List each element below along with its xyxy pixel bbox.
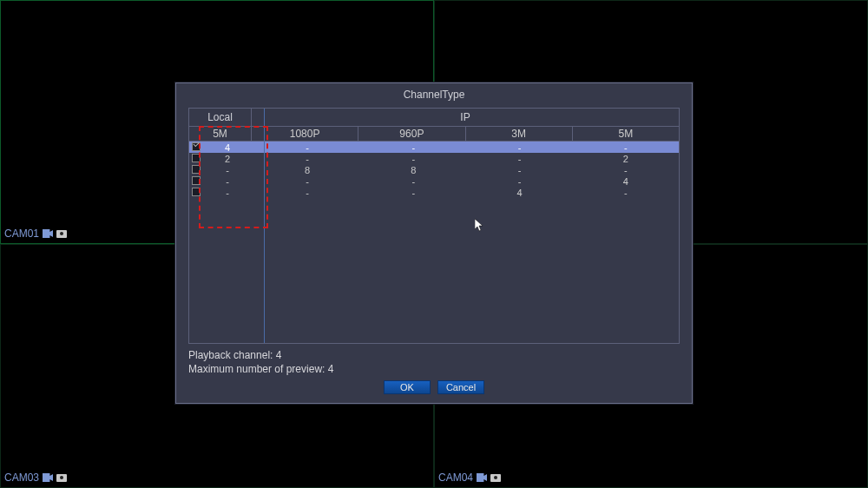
cell-ip-1: - [360, 176, 466, 187]
speaker-icon [477, 473, 487, 482]
row-checkbox[interactable] [189, 154, 201, 164]
cell-ip-0: - [254, 176, 360, 187]
cell-ip-2: - [467, 142, 573, 153]
cell-ip-2: - [467, 165, 573, 175]
table-row[interactable]: ---4- [189, 187, 679, 198]
cell-local: - [201, 176, 254, 187]
local-header: Local [189, 109, 251, 126]
speaker-icon [43, 229, 53, 238]
max-preview-info: Maximum number of preview: 4 [188, 363, 680, 375]
cell-local: 4 [201, 142, 254, 153]
cell-ip-3: - [573, 165, 679, 175]
cell-ip-1: - [360, 188, 466, 198]
cell-ip-3: 4 [573, 176, 679, 187]
cell-ip-1: 8 [360, 165, 466, 175]
cell-ip-3: 2 [573, 154, 679, 164]
cam-label-4: CAM04 [438, 472, 501, 484]
cam-label-1: CAM01 [4, 228, 67, 240]
col-ip-1[interactable]: 960P [358, 127, 464, 141]
camera-icon [56, 230, 67, 238]
cell-ip-0: 8 [254, 165, 360, 175]
table-row[interactable]: 2---2 [189, 153, 679, 164]
cam-name-3: CAM03 [4, 472, 39, 484]
ok-button[interactable]: OK [384, 380, 431, 394]
col-ip-3[interactable]: 5M [572, 127, 679, 141]
row-checkbox[interactable] [189, 188, 201, 198]
col-ip-2[interactable]: 3M [465, 127, 572, 141]
cell-ip-0: - [254, 154, 360, 164]
col-local-5m[interactable]: 5M [189, 127, 251, 141]
playback-info: Playback channel: 4 [188, 349, 680, 361]
speaker-icon [43, 473, 53, 482]
cell-ip-2: 4 [467, 188, 573, 198]
table-row[interactable]: 4---- [189, 142, 679, 153]
cell-ip-2: - [467, 154, 573, 164]
channel-table: Local 5M IP 1080P960P3M5M 4----2---2-88-… [188, 108, 680, 344]
ip-header: IP [252, 109, 679, 126]
table-row[interactable]: ----4 [189, 175, 679, 187]
table-row[interactable]: -88-- [189, 164, 679, 175]
cell-local: 2 [201, 154, 254, 164]
dialog-buttons: OK Cancel [176, 380, 692, 394]
table-header: Local 5M IP 1080P960P3M5M [189, 109, 679, 142]
camera-icon [490, 474, 501, 482]
cell-ip-0: - [254, 142, 360, 153]
channel-type-dialog: ChannelType Local 5M IP 1080P960P3M5M 4-… [175, 82, 693, 404]
cell-ip-2: - [467, 176, 573, 187]
cell-ip-1: - [360, 154, 466, 164]
cell-local: - [201, 165, 254, 175]
row-checkbox[interactable] [189, 142, 201, 153]
row-checkbox[interactable] [189, 165, 201, 175]
dialog-title: ChannelType [176, 83, 692, 104]
cell-ip-3: - [573, 188, 679, 198]
camera-icon [56, 474, 67, 482]
table-body: 4----2---2-88------4---4- [189, 142, 679, 343]
cam-label-3: CAM03 [4, 472, 67, 484]
cancel-button[interactable]: Cancel [437, 380, 484, 394]
cell-ip-3: - [573, 142, 679, 153]
cell-ip-1: - [360, 142, 466, 153]
row-checkbox[interactable] [189, 176, 201, 187]
cam-name-1: CAM01 [4, 228, 39, 240]
col-ip-0[interactable]: 1080P [252, 127, 358, 141]
cell-ip-0: - [254, 188, 360, 198]
cam-name-4: CAM04 [438, 472, 473, 484]
cell-local: - [201, 188, 254, 198]
